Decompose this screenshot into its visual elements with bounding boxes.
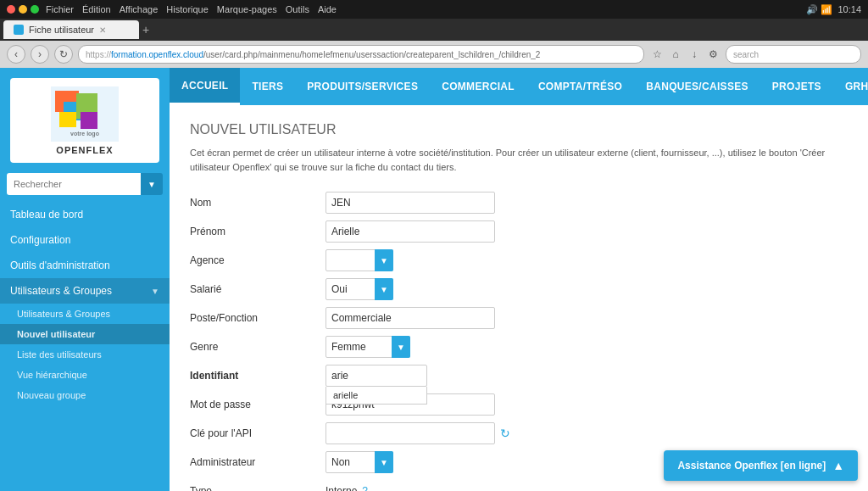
forward-button[interactable]: › xyxy=(31,45,49,64)
help-icon[interactable]: ? xyxy=(362,485,368,491)
agence-select-wrap: ▼ xyxy=(326,249,393,271)
nav-item-compta[interactable]: COMPTA/TRÉSO xyxy=(526,68,634,105)
tab-close-button[interactable]: ✕ xyxy=(99,25,106,35)
form-title: NOUVEL UTILISATEUR xyxy=(190,122,848,137)
genre-select-wrap: Femme Homme ▼ xyxy=(326,336,410,358)
menu-historique[interactable]: Historique xyxy=(166,4,209,14)
window-controls[interactable] xyxy=(7,5,39,14)
form-row-genre: Genre Femme Homme ▼ xyxy=(190,335,848,359)
autocomplete-item-arielle[interactable]: arielle xyxy=(326,387,426,404)
type-value: Interne xyxy=(326,485,357,491)
sidebar-item-outils-label: Outils d'administration xyxy=(10,259,110,271)
sidebar-item-outils[interactable]: Outils d'administration xyxy=(0,253,170,278)
form-label-prenom: Prénom xyxy=(190,226,326,237)
sidebar-item-configuration[interactable]: Configuration xyxy=(0,227,170,253)
genre-select[interactable]: Femme Homme xyxy=(326,336,410,358)
agence-select[interactable] xyxy=(326,249,393,271)
autocomplete-dropdown: arielle xyxy=(326,387,427,405)
assistance-expand-icon: ▲ xyxy=(832,459,844,472)
form-row-prenom: Prénom xyxy=(190,220,848,243)
sidebar-logo-name: OPENFLEX xyxy=(56,145,113,155)
salarie-select[interactable]: Oui Non xyxy=(326,278,393,300)
menu-outils[interactable]: Outils xyxy=(286,4,309,14)
menu-aide[interactable]: Aide xyxy=(318,4,337,14)
back-button[interactable]: ‹ xyxy=(7,45,25,64)
form-label-api: Clé pour l'API xyxy=(190,427,326,439)
admin-select[interactable]: Non Oui xyxy=(326,451,393,473)
title-bar-left: Fichier Édition Affichage Historique Mar… xyxy=(7,4,337,14)
menu-fichier[interactable]: Fichier xyxy=(46,4,74,14)
form-label-type: Type xyxy=(190,485,326,491)
app-container: OPENFLEX ▼ Tableau de bord Configuration… xyxy=(0,68,868,491)
sidebar-subitem-groupe[interactable]: Nouveau groupe xyxy=(0,385,170,405)
nom-input[interactable] xyxy=(326,192,495,214)
refresh-button[interactable]: ↻ xyxy=(54,45,73,64)
menu-affichage[interactable]: Affichage xyxy=(120,4,159,14)
top-nav: ACCUEIL TIERS PRODUITS/SERVICES COMMERCI… xyxy=(170,68,868,105)
sidebar-subitem-nouvel[interactable]: Nouvel utilisateur xyxy=(0,324,170,344)
nav-item-grh[interactable]: GRH xyxy=(833,68,868,105)
search-bar[interactable]: search xyxy=(726,45,861,64)
form-row-type: Type Interne ? xyxy=(190,479,848,491)
nav-item-commercial[interactable]: COMMERCIAL xyxy=(430,68,526,105)
sidebar-item-configuration-label: Configuration xyxy=(10,234,70,246)
clock: 10:14 xyxy=(837,4,861,14)
sidebar-item-users-label: Utilisateurs & Groupes xyxy=(10,285,112,297)
new-tab-button[interactable]: + xyxy=(142,23,149,36)
browser-tab-active[interactable]: Fiche utilisateur ✕ xyxy=(3,20,139,39)
menu-marques[interactable]: Marque-pages xyxy=(217,4,277,14)
download-icon[interactable]: ↓ xyxy=(687,47,702,62)
sidebar-nav: Tableau de bord Configuration Outils d'a… xyxy=(0,202,170,491)
sidebar-item-users[interactable]: Utilisateurs & Groupes ▼ xyxy=(0,278,170,304)
sidebar-item-tableau-label: Tableau de bord xyxy=(10,209,83,220)
form-label-agence: Agence xyxy=(190,254,326,266)
form-row-poste: Poste/Fonction xyxy=(190,306,848,330)
sidebar-subitem-hierarchie[interactable]: Vue hiérarchique xyxy=(0,365,170,385)
api-input[interactable] xyxy=(326,422,495,444)
form-description: Cet écran permet de créer un utilisateur… xyxy=(190,146,848,174)
form-label-poste: Poste/Fonction xyxy=(190,312,326,324)
settings-icon[interactable]: ⚙ xyxy=(705,47,721,62)
form-label-identifiant: Identifiant xyxy=(190,370,326,382)
sidebar-subitem-ug[interactable]: Utilisateurs & Groupes xyxy=(0,304,170,324)
url-domain: formation.openflex.cloud xyxy=(111,50,203,59)
sidebar-search-input[interactable] xyxy=(7,173,141,195)
admin-select-wrap: Non Oui ▼ xyxy=(326,451,393,473)
sidebar-item-tableau[interactable]: Tableau de bord xyxy=(0,202,170,227)
poste-input[interactable] xyxy=(326,307,495,329)
tab-title: Fiche utilisateur xyxy=(29,25,94,35)
sidebar-search-area: ▼ xyxy=(7,173,163,195)
nav-item-banques[interactable]: BANQUES/CAISSES xyxy=(634,68,760,105)
form-row-nom: Nom xyxy=(190,191,848,215)
assistance-button[interactable]: Assistance Openflex [en ligne] ▲ xyxy=(664,450,858,481)
nav-item-accueil[interactable]: ACCUEIL xyxy=(170,68,240,105)
form-row-salarie: Salarié Oui Non ▼ xyxy=(190,277,848,301)
menu-bar[interactable]: Fichier Édition Affichage Historique Mar… xyxy=(46,4,337,14)
sidebar-subitem-liste[interactable]: Liste des utilisateurs xyxy=(0,344,170,365)
nav-item-projets[interactable]: PROJETS xyxy=(760,68,833,105)
assistance-label: Assistance Openflex [en ligne] xyxy=(677,460,826,471)
form-label-password: Mot de passe xyxy=(190,399,326,410)
title-bar-right: 🔊 📶 10:14 xyxy=(806,4,861,15)
nav-item-produits[interactable]: PRODUITS/SERVICES xyxy=(295,68,430,105)
form-label-nom: Nom xyxy=(190,197,326,209)
search-placeholder: search xyxy=(733,50,759,59)
sidebar-search-button[interactable]: ▼ xyxy=(141,173,163,195)
identifiant-input[interactable] xyxy=(326,365,427,387)
form-row-agence: Agence ▼ xyxy=(190,248,848,272)
browser-chrome: ‹ › ↻ https://formation.openflex.cloud/u… xyxy=(0,41,868,68)
tab-bar: Fiche utilisateur ✕ + xyxy=(0,19,868,41)
api-refresh-icon[interactable]: ↻ xyxy=(500,427,510,440)
home-icon[interactable]: ⌂ xyxy=(668,47,683,62)
sidebar-arrow-icon: ▼ xyxy=(151,287,159,296)
bookmark-icon[interactable]: ☆ xyxy=(649,47,665,62)
title-bar: Fichier Édition Affichage Historique Mar… xyxy=(0,0,868,19)
nav-item-tiers[interactable]: TIERS xyxy=(240,68,295,105)
logo-area: OPENFLEX xyxy=(10,78,159,163)
prenom-input[interactable] xyxy=(326,220,495,243)
menu-edition[interactable]: Édition xyxy=(82,4,111,14)
logo-canvas xyxy=(51,86,119,142)
url-bar[interactable]: https://formation.openflex.cloud/user/ca… xyxy=(78,45,644,64)
url-text: https://formation.openflex.cloud/user/ca… xyxy=(86,50,540,59)
identifiant-control-group: arielle xyxy=(326,365,427,387)
